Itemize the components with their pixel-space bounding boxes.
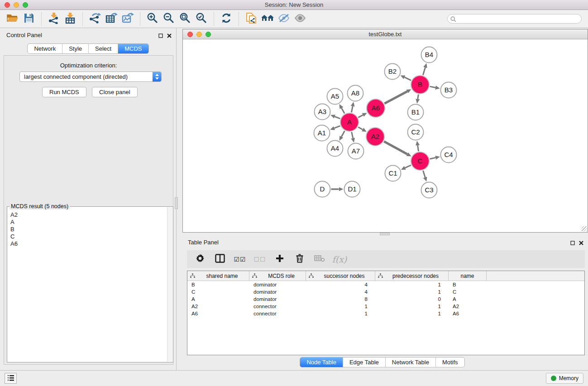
graph-node-B3[interactable]: B3	[441, 82, 457, 98]
graph-edge-A6-B[interactable]	[384, 91, 407, 104]
cell-predecessor-nodes[interactable]: 0	[375, 295, 449, 303]
graph-node-D[interactable]: D	[315, 181, 330, 197]
import-table-button[interactable]	[62, 12, 78, 26]
column-header-predecessor-nodes[interactable]: predecessor nodes	[375, 271, 449, 281]
graph-edge-B-B3[interactable]	[430, 86, 435, 87]
graph-edge-C-C3[interactable]	[423, 171, 425, 177]
graph-node-C4[interactable]: C4	[441, 147, 457, 163]
tab-mcds[interactable]: MCDS	[118, 44, 148, 53]
network-canvas[interactable]: B4B2BB3A8A5A6B1A3AC2A1A2A4A7C4CC1C3DD1	[183, 39, 588, 232]
cell-successor-nodes[interactable]: 8	[306, 295, 375, 303]
tab-edge-table[interactable]: Edge Table	[343, 357, 386, 367]
hide-details-button[interactable]	[276, 12, 292, 26]
close-panel-button[interactable]	[166, 32, 173, 39]
home-button[interactable]	[259, 12, 276, 26]
graph-edge-A-A8[interactable]	[351, 106, 353, 113]
graph-edge-C-C2[interactable]	[418, 145, 419, 151]
graph-node-A7[interactable]: A7	[348, 143, 364, 159]
graph-node-C3[interactable]: C3	[421, 182, 437, 198]
graph-node-C[interactable]: C	[411, 152, 429, 170]
graph-edge-A-A3[interactable]	[335, 117, 340, 119]
result-item-b[interactable]: B	[10, 226, 165, 233]
graph-edge-A-A4[interactable]	[341, 131, 344, 137]
window-resize-grip[interactable]	[582, 226, 587, 232]
graph-node-B4[interactable]: B4	[421, 47, 437, 63]
cell-successor-nodes[interactable]: 1	[306, 303, 375, 310]
select-all-button[interactable]: ☑☑	[232, 253, 248, 266]
cell-predecessor-nodes[interactable]: 1	[375, 288, 449, 295]
graph-node-A3[interactable]: A3	[315, 104, 330, 120]
cell-shared-name[interactable]: A6	[187, 310, 249, 317]
cell-MCDS-role[interactable]: dominator	[249, 288, 306, 295]
cell-predecessor-nodes[interactable]: 1	[375, 303, 449, 310]
graph-node-A8[interactable]: A8	[348, 86, 363, 101]
cell-MCDS-role[interactable]: connector	[249, 303, 306, 310]
cell-successor-nodes[interactable]: 4	[306, 281, 375, 288]
zoom-out-button[interactable]	[161, 12, 177, 26]
close-window-button[interactable]	[5, 2, 10, 8]
column-header-successor-nodes[interactable]: successor nodes	[306, 271, 375, 281]
cell-successor-nodes[interactable]: 1	[306, 310, 375, 317]
graph-node-A2[interactable]: A2	[366, 128, 384, 146]
cell-name[interactable]: A2	[449, 303, 487, 310]
graph-node-C1[interactable]: C1	[385, 166, 401, 181]
graph-edge-C-C1[interactable]	[405, 165, 411, 168]
delete-column-button[interactable]	[292, 253, 307, 266]
tab-select[interactable]: Select	[89, 44, 118, 53]
export-table-button[interactable]	[103, 12, 120, 26]
cell-predecessor-nodes[interactable]: 1	[375, 310, 449, 317]
table-row[interactable]: A2connector11A2	[187, 303, 584, 310]
column-header-shared-name[interactable]: shared name	[187, 271, 249, 281]
result-item-a6[interactable]: A6	[10, 240, 165, 248]
graph-edge-A-A6[interactable]	[358, 115, 363, 118]
graph-edge-B-B4[interactable]	[423, 67, 425, 75]
graph-node-C2[interactable]: C2	[408, 124, 424, 140]
table-settings-button[interactable]	[192, 253, 208, 266]
deselect-all-button[interactable]: ☐☐	[252, 253, 268, 266]
graph-node-D1[interactable]: D1	[344, 181, 360, 197]
cell-MCDS-role[interactable]: dominator	[249, 281, 306, 288]
minimize-window-button[interactable]	[14, 2, 19, 8]
table-row[interactable]: Bdominator41B	[187, 281, 584, 288]
table-row[interactable]: Cdominator41C	[187, 288, 584, 295]
graph-edge-A2-C[interactable]	[384, 142, 407, 154]
graph-node-A5[interactable]: A5	[327, 89, 343, 105]
graph-node-B[interactable]: B	[411, 76, 429, 94]
cell-MCDS-role[interactable]: connector	[249, 310, 306, 317]
column-header-name[interactable]: name	[449, 271, 487, 281]
tab-network-table[interactable]: Network Table	[386, 357, 436, 367]
result-item-a[interactable]: A	[10, 219, 165, 226]
delete-table-button[interactable]	[312, 253, 327, 266]
network-manager-button[interactable]	[243, 12, 259, 26]
export-network-button[interactable]	[87, 12, 103, 26]
task-history-button[interactable]	[5, 373, 17, 384]
cell-name[interactable]: B	[449, 281, 487, 288]
cell-shared-name[interactable]: A2	[187, 303, 249, 310]
graph-edge-B-B2[interactable]	[405, 77, 411, 81]
save-session-button[interactable]	[21, 12, 37, 26]
float-panel-button[interactable]	[157, 32, 164, 39]
result-item-c[interactable]: C	[10, 233, 165, 240]
float-table-panel-button[interactable]	[569, 239, 576, 247]
graph-edge-A-A7[interactable]	[352, 132, 353, 138]
cell-shared-name[interactable]: A	[187, 295, 249, 303]
column-header-MCDS-role[interactable]: MCDS role	[249, 271, 306, 281]
search-input[interactable]	[447, 14, 582, 24]
maximize-window-button[interactable]	[23, 2, 28, 8]
graph-edge-A-A2[interactable]	[358, 127, 363, 130]
show-details-button[interactable]	[292, 12, 308, 26]
cell-MCDS-role[interactable]: dominator	[249, 295, 306, 303]
zoom-in-button[interactable]	[144, 12, 161, 26]
criterion-dropdown[interactable]: largest connected component (directed)	[19, 71, 162, 82]
graph-node-A[interactable]: A	[340, 113, 359, 131]
table-row[interactable]: A6connector11A6	[187, 310, 584, 317]
close-table-panel-button[interactable]	[578, 239, 585, 247]
export-image-button[interactable]	[120, 12, 136, 26]
table-row[interactable]: Adominator80A	[187, 295, 584, 303]
graph-node-A1[interactable]: A1	[314, 125, 330, 141]
graph-edge-A-A5[interactable]	[341, 108, 344, 114]
function-builder-button[interactable]: f(x)	[332, 253, 347, 266]
cell-shared-name[interactable]: C	[187, 288, 249, 295]
graph-node-B1[interactable]: B1	[408, 105, 424, 120]
tab-node-table[interactable]: Node Table	[300, 357, 343, 367]
